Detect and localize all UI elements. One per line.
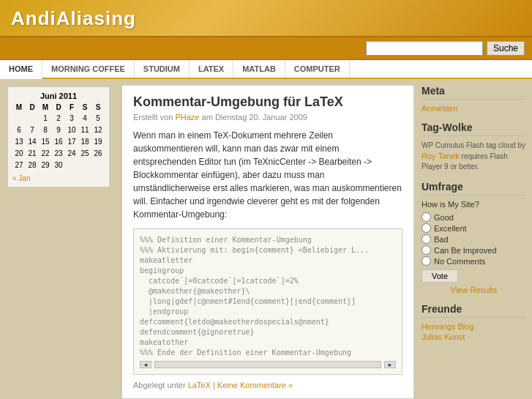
post-footer: Abgelegt unter LaTeX | Keine Kommentare … (133, 381, 402, 389)
calendar-title: Juni 2011 (12, 92, 105, 100)
cal-header-s1: S (78, 103, 91, 111)
cal-header-m: M (12, 103, 26, 111)
scrollbar-track[interactable] (154, 361, 381, 368)
nav-item-matlab[interactable]: MATLAB (233, 60, 285, 78)
post-author-link[interactable]: PHaze (175, 113, 199, 122)
poll-radio-can-be-improved[interactable] (422, 245, 431, 255)
site-header: AndiAliasing (0, 0, 532, 37)
nav-item-morning-coffee[interactable]: MORNING COFFEE (42, 60, 135, 78)
scroll-right-btn[interactable]: ► (384, 361, 396, 368)
code-block: %%% Definition einer Kommentar-Umgebung … (133, 228, 402, 375)
poll-option-good: Good (422, 212, 526, 222)
code-content: %%% Definition einer Kommentar-Umgebung … (140, 235, 396, 358)
calendar-grid: 12345 6789101112 13141516171819 20212223… (12, 113, 105, 171)
main-content: Kommentar-Umgebung für LaTeX Erstellt vo… (121, 85, 414, 399)
calendar-header: M D M D F S S (12, 103, 105, 111)
widget-umfrage: Umfrage How is My Site? Good Excellent B… (422, 181, 526, 294)
poll-radio-good[interactable] (422, 212, 431, 222)
cal-header-m2: M (39, 103, 52, 111)
code-scrollbar-area: ◄ ► (140, 361, 396, 368)
post-comments-link[interactable]: Keine Kommentare » (217, 381, 293, 389)
calendar-prev-link[interactable]: « Jan (12, 174, 30, 182)
post-category-link[interactable]: LaTeX (188, 381, 211, 389)
poll-option-bad: Bad (422, 234, 526, 244)
widget-meta: Meta Anmelden (422, 85, 526, 113)
calendar-nav: « Jan (12, 174, 105, 182)
cal-header-d1: D (26, 103, 39, 111)
nav-bar: HOME MORNING COFFEE STUDIUM LATEX MATLAB… (0, 60, 532, 79)
freunde-hennings-link[interactable]: Hennings Blog (422, 322, 526, 331)
tagcloud-text: WP Cumulus Flash tag cloud by Roy Tanek … (422, 141, 526, 172)
cal-header-s2: S (91, 103, 105, 111)
nav-item-studium[interactable]: STUDIUM (135, 60, 190, 78)
nav-item-latex[interactable]: LATEX (190, 60, 233, 78)
sidebar-left: Juni 2011 M D M D F S S 12345 6789101112… (0, 79, 117, 399)
calendar: Juni 2011 M D M D F S S 12345 6789101112… (7, 86, 110, 187)
tagcloud-author-link[interactable]: Roy Tanek (422, 152, 460, 160)
poll-option-no-comments: No Comments (422, 256, 526, 266)
search-button[interactable]: Suche (487, 41, 525, 56)
scroll-left-btn[interactable]: ◄ (140, 361, 151, 368)
post-body: Wenn man in einem TeX-Dokument mehrere Z… (133, 129, 402, 221)
cal-header-f: F (65, 103, 78, 111)
freunde-widget-title: Freunde (422, 303, 526, 318)
search-input[interactable] (366, 41, 483, 56)
widget-freunde: Freunde Hennings Blog Julias Kunst (422, 303, 526, 341)
main-layout: Juni 2011 M D M D F S S 12345 6789101112… (0, 79, 532, 399)
nav-item-computer[interactable]: COMPUTER (285, 60, 350, 78)
umfrage-widget-title: Umfrage (422, 181, 526, 195)
poll-radio-excellent[interactable] (422, 223, 431, 233)
meta-anmelden-link[interactable]: Anmelden (422, 104, 526, 113)
widget-tagcloud: Tag-Wolke WP Cumulus Flash tag cloud by … (422, 122, 526, 172)
post-title: Kommentar-Umgebung für LaTeX (133, 94, 402, 110)
search-bar: Suche (0, 37, 532, 60)
poll-results-link[interactable]: View Results (422, 286, 526, 294)
poll-vote-button[interactable]: Vote (422, 269, 458, 283)
site-title: AndiAliasing (11, 7, 521, 30)
poll-question: How is My Site? (422, 200, 526, 209)
freunde-julias-link[interactable]: Julias Kunst (422, 332, 526, 341)
tagcloud-widget-title: Tag-Wolke (422, 122, 526, 136)
nav-item-home[interactable]: HOME (0, 60, 42, 79)
post-meta: Erstellt von PHaze am Dienstag 20. Janua… (133, 113, 402, 122)
cal-header-d2: D (52, 103, 65, 111)
poll-radio-no-comments[interactable] (422, 256, 431, 266)
poll-option-can-be-improved: Can Be Improved (422, 245, 526, 255)
sidebar-right: Meta Anmelden Tag-Wolke WP Cumulus Flash… (419, 79, 532, 399)
meta-widget-title: Meta (422, 85, 526, 100)
poll-option-excellent: Excellent (422, 223, 526, 233)
poll-radio-bad[interactable] (422, 234, 431, 244)
